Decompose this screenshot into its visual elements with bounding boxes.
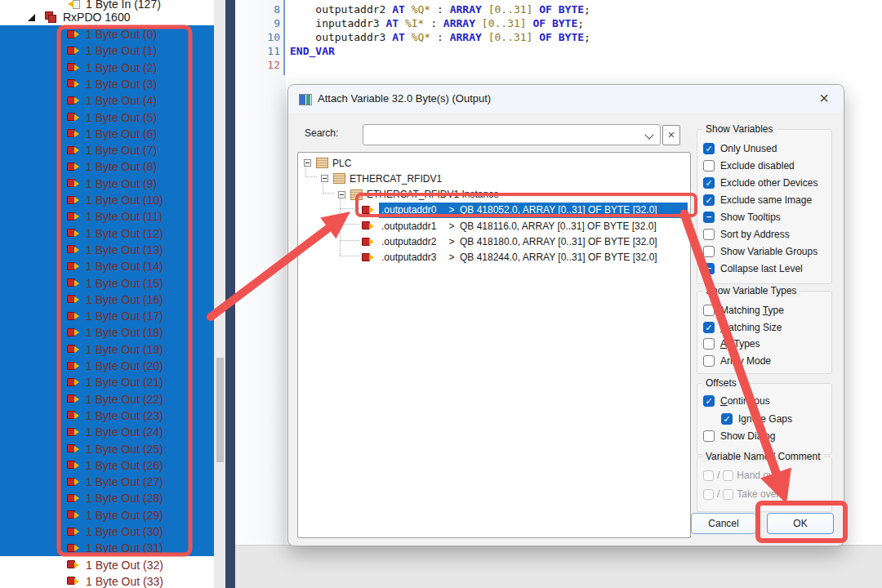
dialog-titlebar[interactable]: Attach Variable 32.0 Byte(s) (Output) × <box>288 85 844 113</box>
checkbox <box>723 470 733 481</box>
variable-tree-listbox[interactable]: PLC ETHERCAT_RFIDV1 <box>297 152 691 538</box>
variable-tree-row[interactable]: .outputaddr3 > QB 418244.0, ARRAY [0..31… <box>300 250 688 265</box>
variable-tree-row[interactable]: .outputaddr0 > QB 418052.0, ARRAY [0..31… <box>300 203 688 218</box>
collapse-expander-icon[interactable] <box>304 159 311 167</box>
checkbox-row[interactable]: Array Mode <box>703 354 771 368</box>
checkbox[interactable] <box>703 355 715 367</box>
tree-item-byte-out[interactable]: 1 Byte Out (28) <box>0 490 214 506</box>
checkbox[interactable] <box>703 263 715 274</box>
checkbox-row[interactable]: Show Dialog <box>703 430 775 443</box>
tree-item-byte-out[interactable]: 1 Byte Out (20) <box>0 358 214 374</box>
output-variable-icon <box>67 46 80 56</box>
tree-item-byte-out[interactable]: 1 Byte Out (33) <box>0 573 214 588</box>
search-clear-button[interactable]: × <box>662 125 680 145</box>
checkbox[interactable] <box>703 338 715 350</box>
variable-name: PLC <box>332 158 351 169</box>
checkbox-row[interactable]: Exclude disabled <box>703 159 795 172</box>
variable-tree-row[interactable]: ETHERCAT_RFIDV1 Instance <box>300 187 688 203</box>
tree-item-byte-out[interactable]: 1 Byte Out (11) <box>0 208 214 225</box>
scrollbar-thumb[interactable] <box>216 358 224 462</box>
checkbox-row[interactable]: Exclude other Devices <box>703 176 817 189</box>
tree-item-byte-out[interactable]: 1 Byte Out (25) <box>0 441 214 457</box>
tree-item-byte-out[interactable]: 1 Byte Out (3) <box>0 76 214 92</box>
chevron-down-icon[interactable] <box>644 130 653 139</box>
tree-item-byte-out[interactable]: 1 Byte Out (7) <box>0 142 214 158</box>
tree-item-byte-out[interactable]: 1 Byte Out (1) <box>0 42 214 59</box>
checkbox-row[interactable]: Collapse last Level <box>703 262 803 275</box>
checkbox-row[interactable]: Exclude same Image <box>703 194 812 207</box>
tree-item-byte-out[interactable]: 1 Byte Out (30) <box>0 523 214 540</box>
tree-item-byte-out[interactable]: 1 Byte Out (16) <box>0 292 214 308</box>
checkbox[interactable] <box>703 229 715 240</box>
variable-tree-row[interactable]: ETHERCAT_RFIDV1 <box>300 171 688 186</box>
checkbox[interactable] <box>703 177 715 189</box>
tree-item-byte-out[interactable]: 1 Byte Out (10) <box>0 192 214 208</box>
tree-item-byte-out[interactable]: 1 Byte Out (29) <box>0 507 214 523</box>
maps-to-arrow: > <box>443 204 460 216</box>
output-variable-icon <box>67 228 80 238</box>
tree-item-byte-out[interactable]: 1 Byte Out (4) <box>0 92 214 109</box>
node-icon <box>350 189 363 200</box>
tree-item-byte-out[interactable]: 1 Byte Out (18) <box>0 324 214 341</box>
checkbox[interactable] <box>703 194 715 206</box>
ok-button[interactable]: OK <box>767 513 834 534</box>
tree-item-byte-out[interactable]: 1 Byte Out (17) <box>0 308 214 324</box>
variable-tree-row[interactable]: .outputaddr2 > QB 418180.0, ARRAY [0..31… <box>300 234 688 250</box>
output-variable-icon <box>67 145 80 156</box>
dialog-icon <box>299 94 312 105</box>
checkbox[interactable] <box>703 305 715 316</box>
tree-item-byte-out[interactable]: 1 Byte Out (5) <box>0 109 214 126</box>
tree-item-label: 1 Byte Out (7) <box>86 144 157 157</box>
tree-item-byte-out[interactable]: 1 Byte Out (14) <box>0 258 214 274</box>
checkbox[interactable] <box>703 212 715 223</box>
checkbox-row[interactable]: Only Unused <box>703 142 777 155</box>
search-combobox[interactable] <box>363 124 661 145</box>
checkbox-row[interactable]: All Types <box>703 337 760 350</box>
tree-item-byte-out[interactable]: 1 Byte Out (6) <box>0 126 214 142</box>
tree-item-byte-out[interactable]: 1 Byte Out (26) <box>0 457 214 474</box>
checkbox[interactable] <box>703 143 715 154</box>
tree-scrollbar[interactable] <box>214 0 225 588</box>
collapse-expander-icon[interactable] <box>338 191 345 198</box>
tree-item-byte-out[interactable]: 1 Byte Out (24) <box>0 424 214 440</box>
tree-item-byte-out[interactable]: 1 Byte Out (2) <box>0 60 214 76</box>
tree-item-byte-out[interactable]: 1 Byte Out (31) <box>0 540 214 556</box>
expand-triangle-icon[interactable] <box>28 14 35 21</box>
checkbox[interactable] <box>703 160 715 172</box>
checkbox-row[interactable]: Show Tooltips <box>703 211 781 224</box>
panel-splitter[interactable] <box>225 0 235 588</box>
checkbox[interactable] <box>721 413 733 425</box>
checkbox-row[interactable]: Show Variable Groups <box>703 245 817 258</box>
cancel-button[interactable]: Cancel <box>691 513 756 534</box>
checkbox[interactable] <box>703 395 715 407</box>
tree-item-byte-out[interactable]: 1 Byte Out (22) <box>0 391 214 408</box>
checkbox-row[interactable]: Matching Size <box>703 321 782 334</box>
tree-item-byte-out[interactable]: 1 Byte Out (21) <box>0 374 214 390</box>
tree-item-label: 1 Byte Out (27) <box>86 475 163 488</box>
checkbox-row[interactable]: Sort by Address <box>703 228 790 241</box>
tree-item-byte-out[interactable]: 1 Byte Out (8) <box>0 158 214 175</box>
maps-to-arrow: > <box>443 236 460 247</box>
tree-item-rxpdo-1600[interactable]: RxPDO 1600 <box>0 9 214 25</box>
tree-item-byte-out[interactable]: 1 Byte Out (13) <box>0 242 214 258</box>
search-input[interactable] <box>367 127 639 145</box>
tree-item-byte-out[interactable]: 1 Byte Out (27) <box>0 474 214 490</box>
checkbox-row[interactable]: Ignore Gaps <box>721 412 792 425</box>
checkbox-row[interactable]: Continuous <box>703 394 770 408</box>
tree-item-byte-out[interactable]: 1 Byte Out (32) <box>0 557 214 573</box>
tree-item-byte-out[interactable]: 1 Byte Out (12) <box>0 225 214 242</box>
checkbox[interactable] <box>703 246 715 257</box>
tree-item-byte-out[interactable]: 1 Byte Out (23) <box>0 408 214 424</box>
variable-tree-row[interactable]: .outputaddr1 > QB 418116.0, ARRAY [0..31… <box>300 218 688 234</box>
tree-item-byte-out[interactable]: 1 Byte Out (19) <box>0 341 214 358</box>
tree-item-byte-out[interactable]: 1 Byte Out (0) <box>0 26 214 42</box>
variable-tree-row[interactable]: PLC <box>300 155 688 171</box>
close-icon[interactable]: × <box>814 89 834 109</box>
checkbox[interactable] <box>703 322 715 333</box>
attach-variable-dialog: Attach Variable 32.0 Byte(s) (Output) × … <box>287 84 844 546</box>
checkbox-row[interactable]: Matching Type <box>703 304 784 317</box>
tree-item-byte-out[interactable]: 1 Byte Out (15) <box>0 275 214 292</box>
checkbox[interactable] <box>703 430 715 442</box>
tree-item-byte-out[interactable]: 1 Byte Out (9) <box>0 176 214 192</box>
collapse-expander-icon[interactable] <box>321 175 328 182</box>
